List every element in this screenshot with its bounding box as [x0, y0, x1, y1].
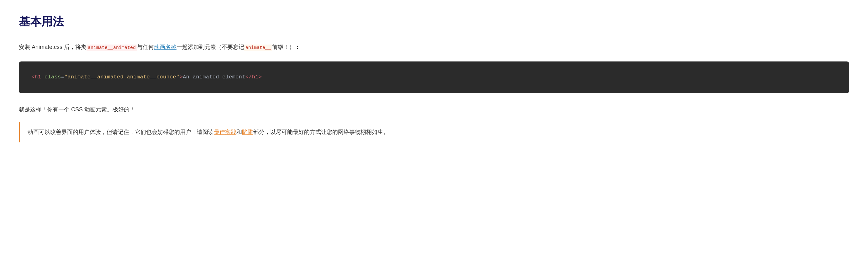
code-closing-tag: </h1>: [245, 74, 262, 80]
warning-text-before: 动画可以改善界面的用户体验，但请记住，它们也会妨碍您的用户！请阅读: [28, 129, 214, 135]
code-text-content: An animated element: [183, 74, 245, 80]
page-title: 基本用法: [19, 12, 849, 31]
code-tag-open: <h1: [31, 74, 41, 80]
intro-paragraph: 安装 Animate.css 后，将类animate__animated与任何动…: [19, 42, 849, 52]
best-practices-link[interactable]: 最佳实践: [214, 129, 236, 135]
intro-middle2: 一起添加到元素（不要忘记: [177, 44, 244, 50]
pitfalls-link[interactable]: 陷阱: [242, 129, 253, 135]
intro-before-code1: 安装 Animate.css 后，将类: [19, 44, 87, 50]
warning-block: 动画可以改善界面的用户体验，但请记住，它们也会妨碍您的用户！请阅读最佳实践和陷阱…: [19, 122, 849, 142]
inline-code-animated: animate__animated: [87, 45, 137, 51]
code-attr-value: "animate__animated animate__bounce": [64, 74, 180, 80]
code-tag-close-bracket: >: [180, 74, 183, 80]
inline-code-prefix: animate__: [244, 45, 272, 51]
animation-name-link[interactable]: 动画名称: [154, 44, 177, 50]
code-block: <h1 class="animate__animated animate__bo…: [19, 61, 849, 93]
warning-text-middle: 和: [236, 129, 242, 135]
code-equals: =: [61, 74, 65, 80]
success-text: 就是这样！你有一个 CSS 动画元素。极好的！: [19, 105, 849, 115]
intro-middle1: 与任何: [137, 44, 154, 50]
intro-after: 前缀！）：: [272, 44, 300, 50]
warning-text-after: 部分，以尽可能最好的方式让您的网络事物栩栩如生。: [253, 129, 389, 135]
code-attr-name: class: [44, 74, 61, 80]
